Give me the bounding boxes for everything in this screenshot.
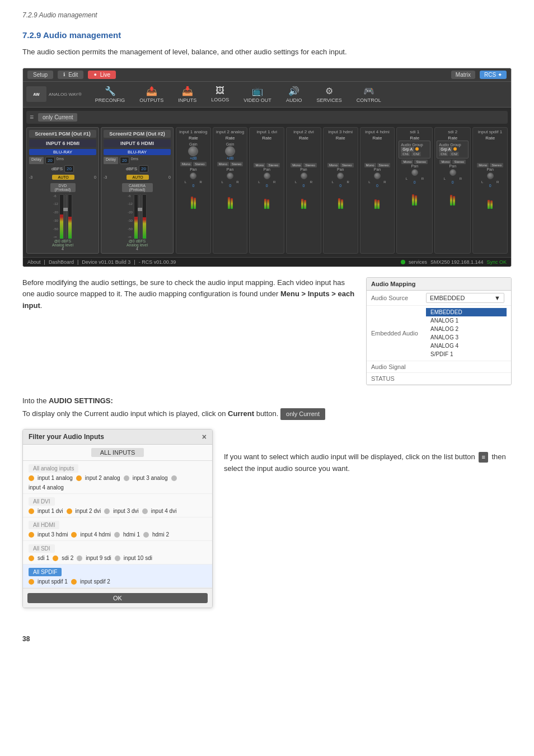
pgm1-fader[interactable] <box>65 194 67 239</box>
fd-sdi-dot-4 <box>115 556 120 561</box>
am-list-item-analog2[interactable]: ANALOG 2 <box>426 325 507 333</box>
pgm2-delay-unit: 0ms <box>131 157 138 164</box>
nav-outputs[interactable]: 📤 OUTPUTS <box>134 84 169 105</box>
current-button-inline[interactable]: only Current <box>280 408 325 421</box>
pgm2-fader[interactable] <box>139 194 141 239</box>
pgm2-db-row: -3 AUTO 0 <box>104 174 171 181</box>
pgm1-pan-section: DVD (Preload) <box>29 182 96 194</box>
sw-about[interactable]: About <box>27 259 41 265</box>
am-list-area: EMBEDDED ANALOG 1 ANALOG 2 ANALOG 3 ANAL… <box>426 308 507 358</box>
ch1-pan-knob[interactable] <box>190 172 196 179</box>
ch4-pan-knob[interactable] <box>301 172 307 179</box>
ch6-stereo[interactable]: Stereo <box>377 163 391 167</box>
am-row-embedded: Embedded Audio EMBEDDED ANALOG 1 ANALOG … <box>367 306 511 361</box>
nav-preconfig[interactable]: 🔧 PRECONFIG <box>90 84 131 105</box>
am-source-dropdown[interactable]: EMBEDDED ▼ <box>426 293 504 303</box>
fd-ok-btn[interactable]: OK <box>27 593 208 603</box>
ch8-mono[interactable]: Mono <box>439 160 451 164</box>
matrix-btn[interactable]: Matrix <box>451 71 475 79</box>
ch3-stereo[interactable]: Stereo <box>266 163 280 167</box>
pgm1-auto-btn[interactable]: AUTO <box>52 175 74 180</box>
filter-dialog: Filter your Audio Inputs × ALL INPUTS Al… <box>22 429 213 608</box>
ch8-pan-knob[interactable] <box>449 169 456 176</box>
tab-edit[interactable]: ℹ Edit <box>58 71 83 79</box>
ch1-mono-btn[interactable]: Mono <box>180 162 192 166</box>
am-list-item-analog4[interactable]: ANALOG 4 <box>426 342 507 350</box>
ch5-mono[interactable]: Mono <box>327 163 339 167</box>
ch7-mono[interactable]: Mono <box>401 160 413 164</box>
ch4-m-r <box>304 200 306 209</box>
current-word: Current <box>228 409 254 418</box>
ch7-stereo[interactable]: Stereo <box>414 160 428 164</box>
nav-video-out[interactable]: 📺 VIDEO OUT <box>238 84 277 105</box>
nav-video-out-label: VIDEO OUT <box>243 97 271 103</box>
nav-audio[interactable]: 🔊 AUDIO <box>280 84 308 105</box>
nav-logos[interactable]: 🖼 LOGOS <box>205 84 235 105</box>
fd-close-btn[interactable]: × <box>202 432 207 441</box>
nav-control-label: CONTROL <box>357 97 381 103</box>
ch8-stereo[interactable]: Stereo <box>452 160 466 164</box>
fd-group-dvi: All DVI input 1 dvi input 2 dvi input 3 … <box>23 494 212 517</box>
pgm2-input-label: INPUT 6 HDMI <box>104 139 171 147</box>
ch9-mono[interactable]: Mono <box>477 163 489 167</box>
ch8-ag-row: Grp A <box>439 147 466 152</box>
ch2-gain-label: Gain <box>226 142 235 146</box>
nav-services[interactable]: ⚙ SERVICES <box>311 84 347 105</box>
ch2-gain-knob[interactable] <box>225 146 235 156</box>
ch7-ch-row: Ch1 Ch2 <box>401 152 428 156</box>
list-button-icon[interactable]: ≡ <box>479 452 488 463</box>
ch8-ch1[interactable]: Ch1 <box>439 152 448 156</box>
ch4-m-l <box>301 199 303 208</box>
tab-live[interactable]: ● Live <box>88 71 116 79</box>
fd-all-inputs-btn[interactable]: ALL INPUTS <box>91 448 144 457</box>
pgm1-source2: DVD (Preload) <box>50 183 76 192</box>
ch6-pan-knob[interactable] <box>374 172 381 179</box>
ch7-ch2[interactable]: Ch2 <box>411 152 421 156</box>
ch4-stereo[interactable]: Stereo <box>303 163 317 167</box>
ch7-pan-knob[interactable] <box>411 169 418 176</box>
am-status-label: STATUS <box>371 375 421 382</box>
sw-dashboard[interactable]: DashBoard <box>49 259 74 265</box>
ch5-pan-knob[interactable] <box>337 172 344 179</box>
ch3-pan-knob[interactable] <box>264 172 270 179</box>
rcs-btn[interactable]: RCS ✦ <box>480 71 507 79</box>
pgm1-fader-section: -6-12-20-30-50-∞ <box>29 194 96 239</box>
ch5-mono-stereo: Mono Stereo <box>325 163 356 167</box>
ch1-gain-knob[interactable] <box>188 146 198 156</box>
am-list-item-analog1[interactable]: ANALOG 1 <box>426 316 507 325</box>
only-current-button[interactable]: only Current <box>38 113 77 122</box>
ch2-stereo-btn[interactable]: Stereo <box>230 162 243 166</box>
pgm1-db-scale: -6-12-20-30-50-∞ <box>53 194 58 239</box>
ch7-ag-select[interactable]: Grp A <box>401 147 414 152</box>
ch8-m-r <box>453 196 455 206</box>
pgm2-auto-btn[interactable]: AUTO <box>127 175 149 180</box>
ch7-ch1[interactable]: Ch1 <box>401 152 410 156</box>
am-list-item-embedded[interactable]: EMBEDDED <box>426 308 507 316</box>
nav-control[interactable]: 🎮 CONTROL <box>351 84 387 105</box>
ch5-stereo[interactable]: Stereo <box>340 163 354 167</box>
tab-setup[interactable]: Setup <box>27 71 53 79</box>
ch9-pan-knob[interactable] <box>487 172 494 179</box>
pgm2-pan-section: CAMERA (Preload) <box>104 182 171 194</box>
preconfig-icon: 🔧 <box>105 86 116 96</box>
am-list-item-analog3[interactable]: ANALOG 3 <box>426 333 507 342</box>
input-ch-2: input 2 analog Rate Gain +dB Mono Stereo <box>213 127 248 254</box>
am-list-item-spdif1[interactable]: S/PDIF 1 <box>426 350 507 358</box>
ch9-stereo[interactable]: Stereo <box>490 163 503 167</box>
pgm1-delay-label: Delay <box>29 157 44 164</box>
nav-inputs[interactable]: 📥 INPUTS <box>172 84 202 105</box>
ch6-mono[interactable]: Mono <box>364 163 376 167</box>
pgm2-db-display: dBFS 20 <box>104 165 171 172</box>
ch3-label: input 1 dvi <box>251 129 282 134</box>
ch8-ch-row: Ch1 Ch2 <box>439 152 466 156</box>
fd-hdmi-items: input 3 hdmi input 4 hdmi hdmi 1 hdmi 2 <box>29 531 207 538</box>
ch3-mono[interactable]: Mono <box>254 163 265 167</box>
ch2-mono-btn[interactable]: Mono <box>217 162 229 166</box>
ch8-ch2[interactable]: Ch2 <box>449 152 459 156</box>
ch2-pan-knob[interactable] <box>227 172 233 179</box>
ch4-mono[interactable]: Mono <box>291 163 302 167</box>
pgm1-meter-l <box>59 194 64 239</box>
ch8-ag-select[interactable]: Grp A <box>439 147 452 152</box>
pgm1-title: Screen#1 PGM (Out #1) <box>29 130 96 138</box>
ch1-stereo-btn[interactable]: Stereo <box>193 162 207 166</box>
